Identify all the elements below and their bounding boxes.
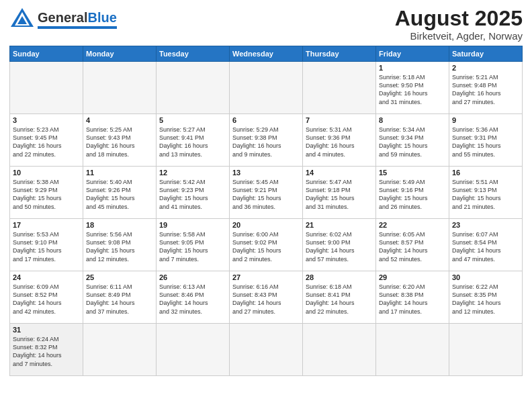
day-number: 25 [86, 273, 153, 281]
day-info: Sunrise: 5:47 AM Sunset: 9:18 PM Dayligh… [306, 178, 373, 211]
day-info: Sunrise: 5:27 AM Sunset: 9:41 PM Dayligh… [159, 126, 226, 158]
calendar-header: Sunday Monday Tuesday Wednesday Thursday… [10, 46, 523, 62]
day-info: Sunrise: 6:18 AM Sunset: 8:41 PM Dayligh… [306, 283, 373, 316]
col-thursday: Thursday [303, 46, 376, 62]
day-number: 29 [379, 273, 446, 281]
table-row [376, 324, 449, 376]
table-row: 8Sunrise: 5:34 AM Sunset: 9:34 PM Daylig… [376, 114, 449, 167]
day-info: Sunrise: 5:56 AM Sunset: 9:08 PM Dayligh… [86, 230, 153, 263]
table-row: 5Sunrise: 5:27 AM Sunset: 9:41 PM Daylig… [157, 114, 230, 167]
day-number: 2 [452, 64, 519, 72]
day-info: Sunrise: 6:11 AM Sunset: 8:49 PM Dayligh… [86, 283, 153, 316]
table-row: 4Sunrise: 5:25 AM Sunset: 9:43 PM Daylig… [83, 114, 157, 167]
day-number: 13 [232, 169, 300, 177]
day-info: Sunrise: 6:00 AM Sunset: 9:02 PM Dayligh… [232, 230, 300, 263]
logo-blue-text: Blue [87, 10, 116, 25]
table-row: 15Sunrise: 5:49 AM Sunset: 9:16 PM Dayli… [376, 167, 449, 219]
table-row: 20Sunrise: 6:00 AM Sunset: 9:02 PM Dayli… [230, 219, 303, 271]
day-info: Sunrise: 6:02 AM Sunset: 9:00 PM Dayligh… [306, 230, 373, 263]
day-info: Sunrise: 5:18 AM Sunset: 9:50 PM Dayligh… [379, 73, 446, 106]
table-row [230, 62, 303, 114]
day-info: Sunrise: 6:22 AM Sunset: 8:35 PM Dayligh… [452, 283, 519, 316]
day-number: 7 [306, 116, 373, 124]
table-row [157, 62, 230, 114]
table-row: 2Sunrise: 5:21 AM Sunset: 9:48 PM Daylig… [449, 62, 523, 114]
logo: GeneralBlue [9, 7, 117, 32]
day-info: Sunrise: 6:05 AM Sunset: 8:57 PM Dayligh… [379, 230, 446, 263]
col-sunday: Sunday [10, 46, 83, 62]
day-info: Sunrise: 5:31 AM Sunset: 9:36 PM Dayligh… [306, 126, 373, 158]
table-row: 30Sunrise: 6:22 AM Sunset: 8:35 PM Dayli… [449, 271, 523, 324]
table-row [83, 62, 157, 114]
day-number: 16 [452, 169, 519, 177]
day-number: 23 [452, 221, 519, 229]
day-number: 26 [159, 273, 226, 281]
table-row: 17Sunrise: 5:53 AM Sunset: 9:10 PM Dayli… [10, 219, 83, 271]
day-info: Sunrise: 5:34 AM Sunset: 9:34 PM Dayligh… [379, 126, 446, 158]
day-number: 19 [159, 221, 226, 229]
table-row: 18Sunrise: 5:56 AM Sunset: 9:08 PM Dayli… [83, 219, 157, 271]
col-tuesday: Tuesday [157, 46, 230, 62]
table-row [303, 324, 376, 376]
table-row: 13Sunrise: 5:45 AM Sunset: 9:21 PM Dayli… [230, 167, 303, 219]
calendar-subtitle: Birketveit, Agder, Norway [395, 30, 523, 42]
day-info: Sunrise: 5:38 AM Sunset: 9:29 PM Dayligh… [13, 178, 80, 211]
table-row [230, 324, 303, 376]
table-row: 21Sunrise: 6:02 AM Sunset: 9:00 PM Dayli… [303, 219, 376, 271]
table-row: 6Sunrise: 5:29 AM Sunset: 9:38 PM Daylig… [230, 114, 303, 167]
table-row: 3Sunrise: 5:23 AM Sunset: 9:45 PM Daylig… [10, 114, 83, 167]
col-wednesday: Wednesday [230, 46, 303, 62]
day-info: Sunrise: 6:09 AM Sunset: 8:52 PM Dayligh… [13, 283, 80, 316]
table-row [83, 324, 157, 376]
day-number: 3 [13, 116, 80, 124]
table-row: 26Sunrise: 6:13 AM Sunset: 8:46 PM Dayli… [157, 271, 230, 324]
day-info: Sunrise: 6:24 AM Sunset: 8:32 PM Dayligh… [13, 335, 80, 368]
col-monday: Monday [83, 46, 157, 62]
calendar-body: 1Sunrise: 5:18 AM Sunset: 9:50 PM Daylig… [10, 62, 523, 376]
page: GeneralBlue August 2025 Birketveit, Agde… [0, 0, 532, 383]
day-number: 11 [86, 169, 153, 177]
day-number: 8 [379, 116, 446, 124]
table-row [10, 62, 83, 114]
logo-icon [9, 7, 35, 32]
table-row: 24Sunrise: 6:09 AM Sunset: 8:52 PM Dayli… [10, 271, 83, 324]
day-number: 21 [306, 221, 373, 229]
table-row: 22Sunrise: 6:05 AM Sunset: 8:57 PM Dayli… [376, 219, 449, 271]
day-info: Sunrise: 5:49 AM Sunset: 9:16 PM Dayligh… [379, 178, 446, 211]
day-number: 6 [232, 116, 300, 124]
day-number: 15 [379, 169, 446, 177]
table-row: 27Sunrise: 6:16 AM Sunset: 8:43 PM Dayli… [230, 271, 303, 324]
table-row: 9Sunrise: 5:36 AM Sunset: 9:31 PM Daylig… [449, 114, 523, 167]
title-block: August 2025 Birketveit, Agder, Norway [395, 7, 523, 42]
day-info: Sunrise: 6:13 AM Sunset: 8:46 PM Dayligh… [159, 283, 226, 316]
table-row [449, 324, 523, 376]
day-number: 18 [86, 221, 153, 229]
col-saturday: Saturday [449, 46, 523, 62]
day-info: Sunrise: 5:42 AM Sunset: 9:23 PM Dayligh… [159, 178, 226, 211]
table-row: 10Sunrise: 5:38 AM Sunset: 9:29 PM Dayli… [10, 167, 83, 219]
day-number: 14 [306, 169, 373, 177]
table-row: 16Sunrise: 5:51 AM Sunset: 9:13 PM Dayli… [449, 167, 523, 219]
day-number: 31 [13, 326, 80, 334]
day-info: Sunrise: 5:21 AM Sunset: 9:48 PM Dayligh… [452, 73, 519, 106]
table-row [157, 324, 230, 376]
day-info: Sunrise: 5:23 AM Sunset: 9:45 PM Dayligh… [13, 126, 80, 158]
day-number: 5 [159, 116, 226, 124]
day-info: Sunrise: 5:40 AM Sunset: 9:26 PM Dayligh… [86, 178, 153, 211]
table-row: 23Sunrise: 6:07 AM Sunset: 8:54 PM Dayli… [449, 219, 523, 271]
day-number: 27 [232, 273, 300, 281]
day-number: 24 [13, 273, 80, 281]
table-row: 31Sunrise: 6:24 AM Sunset: 8:32 PM Dayli… [10, 324, 83, 376]
table-row: 1Sunrise: 5:18 AM Sunset: 9:50 PM Daylig… [376, 62, 449, 114]
day-number: 1 [379, 64, 446, 72]
table-row: 19Sunrise: 5:58 AM Sunset: 9:05 PM Dayli… [157, 219, 230, 271]
day-info: Sunrise: 5:53 AM Sunset: 9:10 PM Dayligh… [13, 230, 80, 263]
calendar-title: August 2025 [395, 7, 523, 30]
day-number: 30 [452, 273, 519, 281]
calendar-table: Sunday Monday Tuesday Wednesday Thursday… [9, 46, 523, 376]
day-info: Sunrise: 6:16 AM Sunset: 8:43 PM Dayligh… [232, 283, 300, 316]
day-number: 28 [306, 273, 373, 281]
day-info: Sunrise: 5:58 AM Sunset: 9:05 PM Dayligh… [159, 230, 226, 263]
day-info: Sunrise: 6:07 AM Sunset: 8:54 PM Dayligh… [452, 230, 519, 263]
day-number: 4 [86, 116, 153, 124]
